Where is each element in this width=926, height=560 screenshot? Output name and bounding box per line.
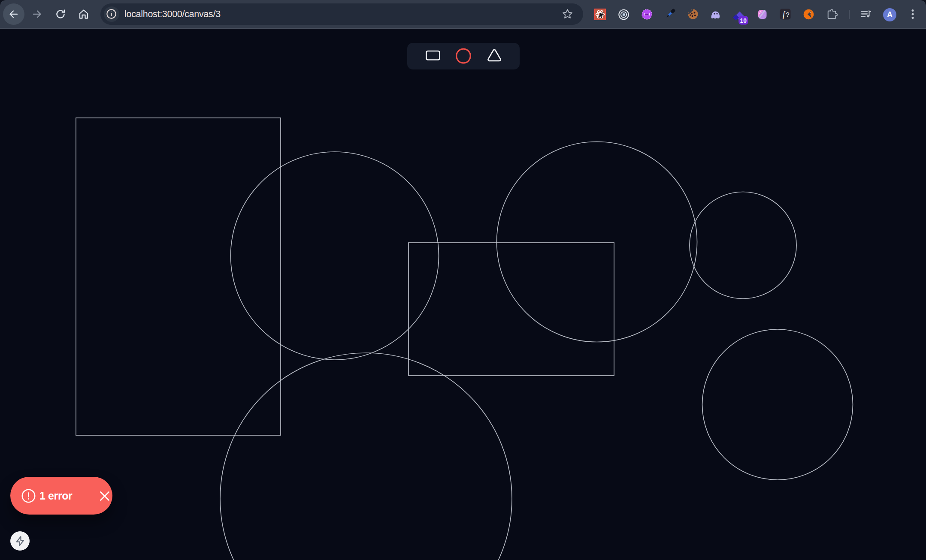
svg-text:?: ? bbox=[786, 11, 789, 18]
svg-text:10: 10 bbox=[740, 17, 747, 24]
